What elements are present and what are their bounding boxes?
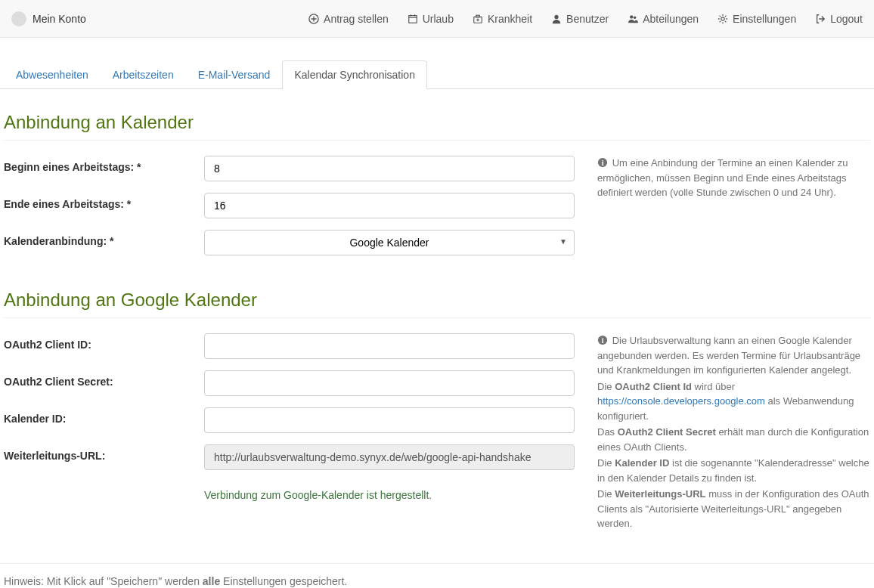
- tab-email-versand[interactable]: E-Mail-Versand: [186, 60, 283, 89]
- section-heading-google: Anbindung an Google Kalender: [4, 289, 870, 318]
- select-provider[interactable]: Google Kalender: [204, 230, 575, 255]
- navbar: Mein Konto Antrag stellen Urlaub Krankhe…: [0, 0, 874, 38]
- medkit-icon: [473, 14, 483, 24]
- label-workday-start: Beginn eines Arbeitstags: *: [4, 156, 204, 181]
- svg-point-9: [634, 16, 637, 19]
- label-provider: Kalenderanbindung: *: [4, 230, 204, 255]
- avatar: [11, 11, 26, 26]
- nav-urlaub[interactable]: Urlaub: [408, 13, 454, 25]
- users-icon: [628, 14, 638, 24]
- input-calendar-id[interactable]: [204, 407, 575, 433]
- svg-point-7: [554, 14, 558, 18]
- svg-text:i: i: [602, 159, 604, 167]
- nav-krankheit[interactable]: Krankheit: [473, 13, 532, 25]
- nav-einstellungen[interactable]: Einstellungen: [717, 13, 796, 25]
- svg-point-10: [721, 17, 724, 20]
- nav-benutzer[interactable]: Benutzer: [551, 13, 609, 25]
- nav-antrag-stellen[interactable]: Antrag stellen: [308, 13, 389, 25]
- input-client-id[interactable]: [204, 333, 575, 359]
- svg-rect-6: [476, 15, 479, 17]
- tab-kalender-sync[interactable]: Kalendar Synchronisation: [282, 60, 427, 89]
- tab-arbeitszeiten[interactable]: Arbeitszeiten: [101, 60, 186, 89]
- nav-logout[interactable]: Logout: [815, 13, 863, 25]
- label-client-secret: OAuth2 Client Secret:: [4, 370, 204, 396]
- label-calendar-id: Kalender ID:: [4, 407, 204, 433]
- link-google-console[interactable]: https://console.developers.google.com: [597, 395, 765, 407]
- label-workday-end: Ende eines Arbeitstags: *: [4, 193, 204, 218]
- tabs: Abwesenheiten Arbeitszeiten E-Mail-Versa…: [0, 60, 874, 89]
- input-workday-end[interactable]: [204, 193, 575, 218]
- success-message: Verbindung zum Google-Kalender ist herge…: [204, 489, 432, 501]
- section-heading-kalender: Anbindung an Kalender: [4, 112, 870, 141]
- info-icon: i: [597, 157, 608, 168]
- calendar-icon: [408, 14, 418, 24]
- input-redirect-url: [204, 444, 575, 470]
- input-workday-start[interactable]: [204, 156, 575, 181]
- label-client-id: OAuth2 Client ID:: [4, 333, 204, 359]
- svg-point-8: [630, 15, 633, 18]
- gear-icon: [717, 14, 728, 24]
- svg-text:i: i: [602, 336, 604, 345]
- svg-rect-1: [408, 15, 417, 23]
- sign-out-icon: [815, 14, 826, 24]
- account-label: Mein Konto: [33, 13, 86, 25]
- footer-hint: Hinweis: Mit Klick auf "Speichern" werde…: [4, 575, 870, 587]
- help-text-google-1: Die Urlaubsverwaltung kann an einen Goog…: [597, 335, 860, 376]
- input-client-secret[interactable]: [204, 370, 575, 396]
- info-icon: i: [597, 335, 608, 345]
- user-icon: [551, 14, 562, 24]
- tab-abwesenheiten[interactable]: Abwesenheiten: [4, 60, 101, 89]
- label-redirect-url: Weiterleitungs-URL:: [4, 444, 204, 470]
- help-text-kalender: Um eine Anbindung der Termine an einen K…: [597, 157, 848, 198]
- navbar-account[interactable]: Mein Konto: [11, 11, 86, 26]
- nav-abteilungen[interactable]: Abteilungen: [628, 13, 699, 25]
- plus-circle-icon: [308, 14, 319, 24]
